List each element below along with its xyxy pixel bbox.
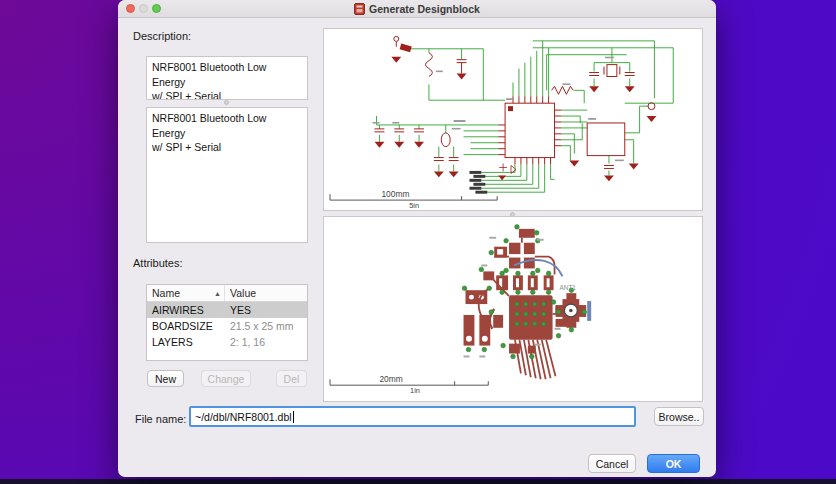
change-attribute-button[interactable]: Change [201,370,251,387]
schematic-preview: 100mm 5in [323,28,703,211]
description-detail-box[interactable]: NRF8001 Bluetooth Low Energy w/ SPI + Se… [146,107,308,243]
attributes-label: Attributes: [133,257,183,269]
browse-button[interactable]: Browse.. [654,407,704,426]
description-summary-box[interactable]: NRF8001 Bluetooth Low Energy w/ SPI + Se… [146,56,308,100]
del-attribute-button[interactable]: Del [276,370,307,387]
new-attribute-button[interactable]: New [147,370,184,387]
window-title: Generate Designblock [369,3,480,15]
board-antenna-label: ANT1 [559,284,576,291]
designblock-icon [354,3,365,15]
file-name-value: ~/d/dbl/NRF8001.dbl [195,411,292,423]
schematic-scale-bar: 100mm 5in [330,189,497,210]
ok-button[interactable]: OK [647,454,700,473]
generate-designblock-dialog: Generate Designblock Description: NRF800… [118,0,716,477]
board-scale-metric: 20mm [379,374,402,384]
board-scale-imperial: 1in [410,386,420,395]
file-name-input[interactable]: ~/d/dbl/NRF8001.dbl [189,406,636,427]
attributes-table[interactable]: Name ▲ Value AIRWIRES YES BOARDSIZE 21.5… [146,284,308,361]
text-cursor [293,411,294,423]
attribute-row-layers[interactable]: LAYERS 2: 1, 16 [147,334,307,350]
board-scale-bar: 20mm 1in [330,374,488,395]
schematic-scale-imperial: 5in [409,201,419,210]
file-name-label: File name: [135,413,186,425]
titlebar[interactable]: Generate Designblock [118,0,716,18]
desktop-bottom-bar [0,479,836,484]
attributes-table-header: Name ▲ Value [147,285,307,302]
cancel-button[interactable]: Cancel [588,454,636,473]
schematic-scale-metric: 100mm [381,189,409,199]
schematic-parts [373,36,657,193]
column-header-value[interactable]: Value [225,287,256,299]
schematic-wires [377,41,674,192]
column-header-name[interactable]: Name ▲ [147,285,225,301]
attribute-row-boardsize[interactable]: BOARDSIZE 21.5 x 25 mm [147,318,307,334]
board-preview: ANT1 20mm 1in [323,216,703,402]
description-splitter-handle[interactable] [224,100,229,105]
desktop-background: Generate Designblock Description: NRF800… [0,0,836,484]
sort-ascending-icon: ▲ [214,290,221,297]
attribute-row-airwires[interactable]: AIRWIRES YES [147,302,307,318]
description-label: Description: [133,30,191,42]
